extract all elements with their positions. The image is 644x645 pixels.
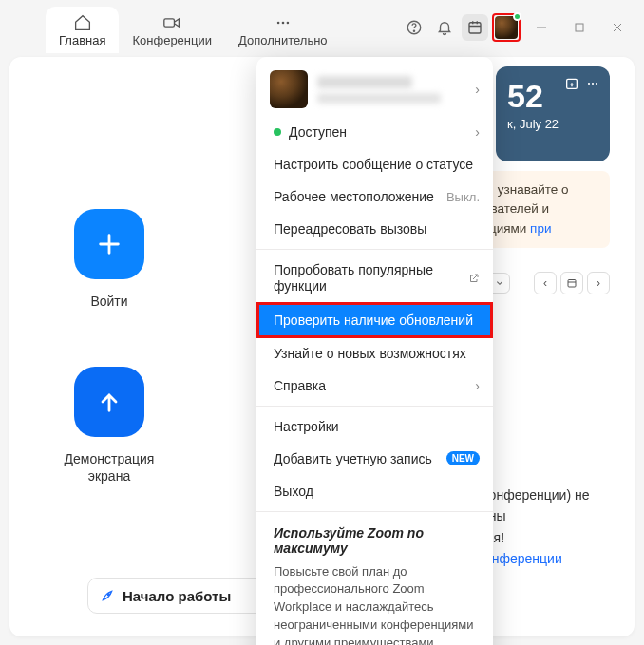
tile-label: Войти	[90, 293, 127, 310]
tab-label: Главная	[59, 33, 105, 47]
presence-dot	[274, 128, 281, 136]
separator	[256, 511, 493, 512]
help-icon[interactable]	[401, 14, 427, 41]
tab-more[interactable]: Дополнительно	[225, 7, 341, 53]
menu-label: Выход	[274, 484, 313, 499]
getting-started-label: Начало работы	[123, 588, 231, 604]
tab-label: Дополнительно	[238, 33, 328, 47]
calendar-top-icon[interactable]	[462, 14, 488, 41]
nav-tabs: Главная Конференции Дополнительно	[46, 0, 341, 53]
status-item[interactable]: Доступен ›	[256, 116, 493, 148]
bell-icon[interactable]	[431, 14, 458, 41]
svg-rect-8	[576, 24, 583, 31]
presence-dot	[513, 12, 521, 21]
promo-text: я, узнавайте о	[483, 182, 569, 197]
menu-label: Рабочее местоположение	[274, 189, 434, 204]
promo-link[interactable]: при	[530, 221, 551, 236]
chevron-right-icon: ›	[475, 82, 480, 97]
window-minimize[interactable]	[524, 14, 559, 41]
chevron-right-icon: ›	[475, 378, 480, 393]
calendar-add-icon[interactable]	[564, 76, 579, 91]
svg-point-12	[596, 83, 597, 85]
share-up-icon	[74, 367, 144, 437]
external-link-icon	[468, 273, 480, 284]
new-badge: NEW	[446, 451, 480, 465]
tab-label: Конференции	[132, 33, 212, 47]
tab-home[interactable]: Главная	[46, 7, 119, 53]
help-menu[interactable]: Справка ›	[256, 370, 493, 402]
window-maximize[interactable]	[562, 14, 597, 41]
calendar-card: 52 к, July 22	[496, 66, 610, 161]
separator	[256, 406, 493, 407]
svg-point-10	[588, 83, 590, 85]
menu-label: Узнайте о новых возможностях	[274, 346, 466, 361]
svg-point-15	[107, 594, 109, 596]
profile-dropdown: › Доступен › Настроить сообщение о стату…	[256, 57, 493, 645]
svg-rect-14	[568, 280, 576, 288]
separator	[256, 249, 493, 250]
svg-point-11	[592, 83, 594, 85]
menu-label: Проверить наличие обновлений	[274, 313, 473, 328]
svg-point-3	[286, 22, 289, 25]
plus-icon	[74, 209, 144, 279]
menu-label: Справка	[274, 378, 326, 393]
add-account[interactable]: Добавить учетную запись NEW	[256, 443, 493, 475]
prev-day[interactable]: ‹	[534, 272, 557, 294]
value-label: Выкл.	[446, 190, 480, 204]
home-icon	[73, 14, 92, 31]
menu-label: Настроить сообщение о статусе	[274, 157, 473, 172]
work-location[interactable]: Рабочее местоположение Выкл.	[256, 180, 493, 213]
clock-date: к, July 22	[507, 117, 598, 131]
video-icon	[162, 14, 181, 31]
next-day[interactable]: ›	[587, 272, 610, 294]
svg-rect-6	[469, 23, 481, 33]
top-features[interactable]: Попробовать популярные функции	[256, 254, 493, 303]
whats-new[interactable]: Узнайте о новых возможностях	[256, 337, 493, 370]
join-tile[interactable]: Войти	[47, 209, 171, 310]
menu-label: Попробовать популярные функции	[274, 262, 476, 294]
settings-menu[interactable]: Настройки	[256, 410, 493, 443]
menu-label: Переадресовать вызовы	[274, 221, 426, 237]
more-icon	[274, 14, 293, 31]
promo-text: ователей и	[483, 201, 549, 216]
upsell-body: Повысьте свой план до профессионального …	[274, 563, 476, 645]
rocket-icon	[100, 588, 115, 603]
profile-avatar[interactable]	[492, 13, 521, 42]
title-bar: Главная Конференции Дополнительно	[0, 0, 644, 53]
svg-rect-0	[164, 19, 175, 27]
check-for-updates[interactable]: Проверить наличие обновлений	[256, 302, 493, 338]
user-name-blurred	[317, 76, 441, 104]
avatar-image	[270, 70, 308, 108]
profile-header[interactable]: ›	[256, 57, 493, 116]
menu-label: Добавить учетную запись	[274, 451, 432, 466]
sign-out[interactable]: Выход	[256, 475, 493, 507]
menu-label: Настройки	[274, 419, 339, 434]
svg-point-2	[281, 22, 284, 25]
tile-label: Демонстрация экрана	[47, 450, 171, 484]
tab-meetings[interactable]: Конференции	[119, 7, 225, 53]
upsell-title: Используйте Zoom по максимуму	[274, 525, 476, 556]
today-btn[interactable]	[560, 272, 583, 294]
svg-point-1	[277, 22, 280, 25]
svg-point-5	[413, 30, 414, 31]
set-status-msg[interactable]: Настроить сообщение о статусе	[256, 148, 493, 180]
window-close[interactable]	[600, 14, 635, 41]
chevron-right-icon: ›	[475, 124, 480, 140]
forward-calls[interactable]: Переадресовать вызовы	[256, 213, 493, 245]
share-screen-tile[interactable]: Демонстрация экрана	[47, 367, 171, 484]
upsell-footer: Используйте Zoom по максимуму Повысьте с…	[256, 516, 493, 645]
menu-label: Доступен	[289, 124, 347, 140]
calendar-more-icon[interactable]	[585, 76, 600, 91]
